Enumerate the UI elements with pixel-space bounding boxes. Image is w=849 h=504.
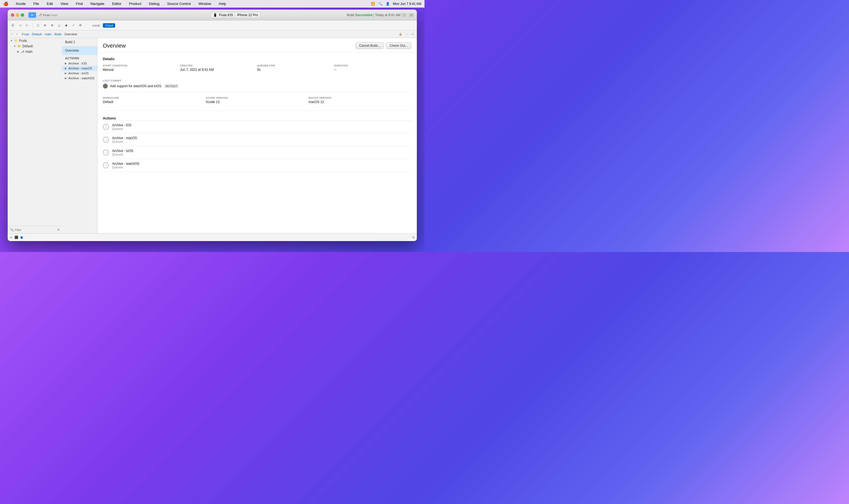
commit-message: Add support for watchOS and tvOS. xyxy=(110,84,162,88)
menubar-file[interactable]: File xyxy=(32,1,41,6)
project-name: Fruta xyxy=(43,13,50,17)
menubar-window[interactable]: Window xyxy=(197,1,213,6)
action-item-1[interactable]: ⏱ Archive - macOS Queued xyxy=(103,133,411,146)
forward-btn[interactable]: ▷ xyxy=(24,22,30,29)
action-name-1: Archive - macOS xyxy=(112,136,137,140)
expand-icon[interactable]: ⤢ xyxy=(410,32,415,36)
bottom-bar: ⊙ ⬛ ⊡ xyxy=(8,233,417,241)
run-button[interactable] xyxy=(29,12,36,18)
action-status-3: Queued xyxy=(112,166,139,169)
action-name-2: Archive - tvOS xyxy=(112,149,133,153)
sidebar-item-main[interactable]: ▶ ⎇ main xyxy=(8,49,62,54)
maximize-button[interactable] xyxy=(21,13,24,17)
test-btn[interactable]: ✓ xyxy=(70,22,76,29)
menubar-source-control[interactable]: Source Control xyxy=(166,1,193,6)
breakpoint-btn[interactable]: ◆ xyxy=(63,22,69,29)
lock-icon[interactable]: 🔒 xyxy=(398,32,403,36)
breadcrumb-main[interactable]: main xyxy=(45,33,51,36)
fold-btn[interactable]: ◻ xyxy=(35,22,41,29)
breadcrumb-fruta[interactable]: Fruta xyxy=(22,33,29,36)
scheme-selector[interactable]: 📱 Fruta iOS | iPhone 12 Pro xyxy=(211,12,260,18)
disclosure-main: ▶ xyxy=(16,50,20,53)
build-item-1[interactable]: Build 1 xyxy=(62,38,97,47)
sidebar-action-archive-macos[interactable]: ▶ Archive - macOS xyxy=(62,66,97,71)
avatar: 👤 xyxy=(103,84,108,89)
build-item-overview[interactable]: Overview xyxy=(62,47,97,55)
action-name-3: Archive - watchOS xyxy=(112,162,139,166)
queued-for-label: QUEUED FOR xyxy=(257,64,334,67)
search-icon[interactable]: 🔍 xyxy=(378,2,382,6)
overview-body: Details START CONDITION Manual CREATED J… xyxy=(97,53,417,233)
share-icon[interactable]: ↑ xyxy=(404,32,409,36)
sidebar-item-default[interactable]: ▼ 📂 Default xyxy=(8,43,62,49)
menubar-view[interactable]: View xyxy=(59,1,70,6)
sidebar-action-archive-tvos[interactable]: ▶ Archive - tvOS xyxy=(62,71,97,76)
breadcrumb-forward-btn[interactable]: › xyxy=(15,32,19,36)
close-button[interactable] xyxy=(11,13,14,17)
menubar-editor[interactable]: Editor xyxy=(110,1,123,6)
project-branch: main xyxy=(51,13,58,17)
menubar-help[interactable]: Help xyxy=(217,1,228,6)
settings-btn[interactable]: ⚙ xyxy=(77,22,83,29)
breadcrumb-default[interactable]: Default xyxy=(32,33,41,36)
sidebar-label-main: main xyxy=(25,50,33,54)
sidebar-label-default: Default xyxy=(22,44,33,48)
action-item-2[interactable]: ⏱ Archive - tvOS Queued xyxy=(103,146,411,159)
overview-title: Overview xyxy=(103,43,125,49)
build-progress-indicator xyxy=(20,236,23,239)
check-out-button[interactable]: Check Out... xyxy=(386,42,411,49)
apple-icon[interactable]: 🍎 xyxy=(3,1,8,6)
menubar-debug[interactable]: Debug xyxy=(148,1,161,6)
cancel-build-button[interactable]: Cancel Build... xyxy=(356,42,384,49)
commit-hash: 0674167 xyxy=(164,85,179,88)
action-item-3[interactable]: ⏱ Archive - watchOS Queued xyxy=(103,159,411,172)
menubar-product[interactable]: Product xyxy=(127,1,143,6)
filter-settings-icon[interactable]: ⊕ xyxy=(57,228,59,232)
bottom-icon-1: ⊙ xyxy=(10,236,12,239)
branch-icon-main: ⎇ xyxy=(21,50,24,54)
magnify-btn[interactable]: ⊕ xyxy=(42,22,48,29)
action-status-1: Queued xyxy=(112,140,137,143)
detail-queued-for: QUEUED FOR 0s xyxy=(257,64,334,75)
disclosure-fruta: ▼ xyxy=(10,39,13,42)
created-value: Jun 7, 2021 at 9:41 AM xyxy=(180,68,257,72)
bookmark-btn[interactable]: ⊗ xyxy=(49,22,55,29)
titlebar: ⎇ Fruta main 📱 Fruta iOS | iPhone 12 Pro… xyxy=(8,10,417,20)
disclosure-archive-watchos: ▶ xyxy=(64,76,67,80)
sidebar-action-archive-watchos[interactable]: ▶ Archive - watchOS xyxy=(62,76,97,80)
breadcrumb-right-icons: 🔒 ↑ ⤢ xyxy=(398,32,415,36)
breadcrumb-build[interactable]: Build xyxy=(54,33,61,36)
warning-btn[interactable]: △ xyxy=(56,22,62,29)
macos-version-label: MACOS VERSION xyxy=(309,96,411,99)
action-status-2: Queued xyxy=(112,153,133,156)
action-item-0[interactable]: ⏱ Archive - iOS Queued xyxy=(103,121,411,133)
action-icon-1: ⏱ xyxy=(103,137,109,143)
main-window: ⎇ Fruta main 📱 Fruta iOS | iPhone 12 Pro… xyxy=(8,10,417,241)
status-succeeded: Succeeded xyxy=(355,13,372,17)
sidebar-toggle-btn[interactable]: ☰ xyxy=(10,22,16,29)
created-label: CREATED xyxy=(180,64,257,67)
back-btn[interactable]: ◁ xyxy=(17,22,23,29)
minimize-button[interactable] xyxy=(16,13,19,17)
scheme-name: Fruta iOS xyxy=(219,13,233,17)
detail-xcode-version: XCODE VERSION Xcode 13 xyxy=(206,96,309,107)
details-section-title: Details xyxy=(103,57,411,61)
sidebar-item-fruta[interactable]: ▼ 📁 Fruta xyxy=(8,38,62,43)
disclosure-default: ▼ xyxy=(13,44,16,48)
detail-workflow: WORKFLOW Default xyxy=(103,96,206,107)
plus-button[interactable]: + xyxy=(401,13,407,17)
breadcrumb-back-btn[interactable]: ‹ xyxy=(10,32,14,36)
menubar-edit[interactable]: Edit xyxy=(45,1,54,6)
filter-input[interactable] xyxy=(15,228,56,232)
bottom-icon-3: ⊡ xyxy=(412,236,415,239)
layout-button[interactable]: ⊡ xyxy=(409,13,414,17)
toolbar-divider-2 xyxy=(86,23,86,28)
local-tab[interactable]: Local xyxy=(90,23,102,28)
traffic-lights xyxy=(11,13,24,17)
titlebar-window-actions: + ⊡ xyxy=(401,13,414,17)
menubar-xcode[interactable]: Xcode xyxy=(14,1,27,6)
menubar-navigate[interactable]: Navigate xyxy=(89,1,106,6)
sidebar-action-archive-ios[interactable]: ▶ Archive - iOS xyxy=(62,61,97,66)
cloud-tab[interactable]: Cloud xyxy=(103,23,115,28)
menubar-find[interactable]: Find xyxy=(74,1,84,6)
